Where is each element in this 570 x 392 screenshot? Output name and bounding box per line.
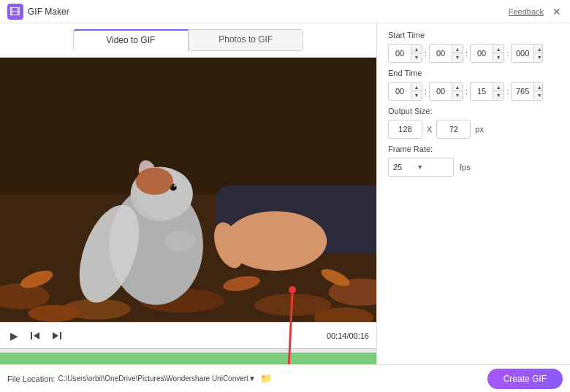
end-time-inputs: ▲ ▼ : ▲ ▼ : ▲ ▼	[388, 82, 559, 101]
video-preview	[0, 58, 376, 322]
bottom-bar: File Location: C:\Users\orbit\OneDrive\P…	[0, 364, 570, 392]
end-time-seconds-group[interactable]: ▲ ▼	[470, 82, 504, 101]
app-title: GIF Maker	[28, 7, 69, 17]
start-time-minutes-group[interactable]: ▲ ▼	[429, 44, 463, 63]
svg-rect-12	[0, 58, 376, 194]
frame-rate-label: Frame Rate:	[388, 145, 559, 153]
end-time-ms[interactable]	[512, 87, 533, 96]
next-button[interactable]	[49, 329, 65, 342]
svg-point-31	[136, 168, 173, 195]
start-ms-up[interactable]: ▲	[534, 45, 543, 53]
main-container: Video to GIF Photos to GIF	[0, 23, 570, 392]
close-button[interactable]: ✕	[551, 6, 563, 18]
output-size-row: X px	[388, 120, 559, 139]
left-panel: Video to GIF Photos to GIF	[0, 23, 376, 392]
start-time-seconds-group[interactable]: ▲ ▼	[470, 44, 504, 63]
fps-value: 25	[393, 163, 402, 172]
video-background	[0, 58, 376, 322]
video-scene	[0, 58, 376, 322]
time-display: 00:14/00:16	[327, 331, 369, 340]
end-time-minutes[interactable]	[430, 87, 452, 96]
title-bar-left: 🎞 GIF Maker	[7, 4, 69, 20]
width-input[interactable]	[389, 125, 422, 134]
start-seconds-up[interactable]: ▲	[493, 45, 503, 53]
end-ms-up[interactable]: ▲	[534, 83, 543, 91]
svg-point-20	[164, 231, 195, 251]
output-size-section: Output Size: X px	[388, 107, 559, 139]
framerate-row: 25 ▼ fps	[388, 158, 559, 177]
end-time-hours-group[interactable]: ▲ ▼	[388, 82, 422, 101]
start-time-inputs: ▲ ▼ : ▲ ▼ : ▲	[388, 44, 559, 63]
px-label: px	[475, 125, 484, 134]
file-location-label: File Location:	[7, 374, 55, 383]
end-time-hours[interactable]	[389, 87, 411, 96]
play-button[interactable]: ▶	[7, 328, 21, 343]
tab-video-to-gif[interactable]: Video to GIF	[73, 29, 189, 51]
width-input-wrap[interactable]	[388, 120, 422, 139]
svg-rect-24	[253, 220, 268, 262]
svg-rect-36	[60, 332, 61, 339]
feedback-link[interactable]: Feedback	[509, 7, 544, 16]
start-time-section: Start Time ▲ ▼ : ▲ ▼	[388, 31, 559, 63]
start-hours-down[interactable]: ▼	[411, 53, 422, 61]
end-minutes-up[interactable]: ▲	[452, 83, 463, 91]
start-time-label: Start Time	[388, 31, 559, 39]
end-time-minutes-group[interactable]: ▲ ▼	[429, 82, 463, 101]
file-path: C:\Users\orbit\OneDrive\Pictures\Wonders…	[58, 374, 248, 383]
end-hours-down[interactable]: ▼	[411, 91, 422, 99]
start-seconds-down[interactable]: ▼	[493, 53, 503, 61]
fps-select[interactable]: 25 ▼	[388, 158, 454, 177]
start-minutes-down[interactable]: ▼	[452, 53, 463, 61]
fps-chevron-icon: ▼	[417, 164, 423, 171]
height-input-wrap[interactable]	[436, 120, 471, 139]
end-minutes-down[interactable]: ▼	[452, 91, 463, 99]
svg-rect-34	[31, 332, 32, 339]
svg-rect-25	[273, 218, 288, 263]
title-bar-right: Feedback ✕	[509, 6, 563, 18]
svg-text:🎞: 🎞	[10, 6, 20, 18]
fps-unit-label: fps	[460, 163, 471, 172]
path-dropdown-arrow[interactable]: ▼	[248, 374, 256, 383]
start-time-hours-group[interactable]: ▲ ▼	[388, 44, 422, 63]
end-hours-up[interactable]: ▲	[411, 83, 422, 91]
end-time-seconds[interactable]	[471, 87, 493, 96]
next-icon	[52, 331, 62, 341]
x-separator: X	[427, 125, 432, 134]
svg-point-32	[28, 305, 80, 322]
end-time-label: End Time	[388, 69, 559, 77]
start-time-minutes[interactable]	[430, 49, 452, 58]
svg-marker-37	[53, 332, 58, 339]
video-controls: ▶ 00:14/00:16	[0, 322, 376, 348]
start-time-ms[interactable]	[512, 49, 533, 58]
start-time-ms-group[interactable]: ▲ ▼	[511, 44, 543, 63]
svg-marker-35	[34, 332, 39, 339]
end-ms-down[interactable]: ▼	[534, 91, 543, 99]
start-time-seconds[interactable]	[471, 49, 493, 58]
tab-photos-to-gif[interactable]: Photos to GIF	[189, 29, 304, 51]
end-time-section: End Time ▲ ▼ : ▲ ▼ :	[388, 69, 559, 101]
tab-bar: Video to GIF Photos to GIF	[0, 23, 376, 58]
output-size-label: Output Size:	[388, 107, 559, 115]
start-ms-down[interactable]: ▼	[534, 53, 543, 61]
folder-icon[interactable]: 📁	[260, 373, 272, 384]
end-seconds-up[interactable]: ▲	[493, 83, 503, 91]
svg-point-30	[174, 184, 177, 187]
svg-rect-26	[292, 221, 305, 261]
start-time-hours-spinners: ▲ ▼	[411, 45, 422, 61]
end-seconds-down[interactable]: ▼	[493, 91, 503, 99]
start-minutes-up[interactable]: ▲	[452, 45, 463, 53]
end-time-ms-group[interactable]: ▲ ▼	[511, 82, 543, 101]
frame-rate-section: Frame Rate: 25 ▼ fps	[388, 145, 559, 177]
start-hours-up[interactable]: ▲	[411, 45, 422, 53]
app-logo: 🎞	[7, 4, 23, 20]
height-input[interactable]	[437, 125, 470, 134]
prev-button[interactable]	[27, 329, 43, 342]
title-bar: 🎞 GIF Maker Feedback ✕	[0, 0, 570, 23]
start-time-hours[interactable]	[389, 49, 411, 58]
prev-icon	[30, 331, 40, 341]
create-gif-button[interactable]: Create GIF	[487, 369, 563, 389]
right-panel: Start Time ▲ ▼ : ▲ ▼	[376, 23, 570, 392]
